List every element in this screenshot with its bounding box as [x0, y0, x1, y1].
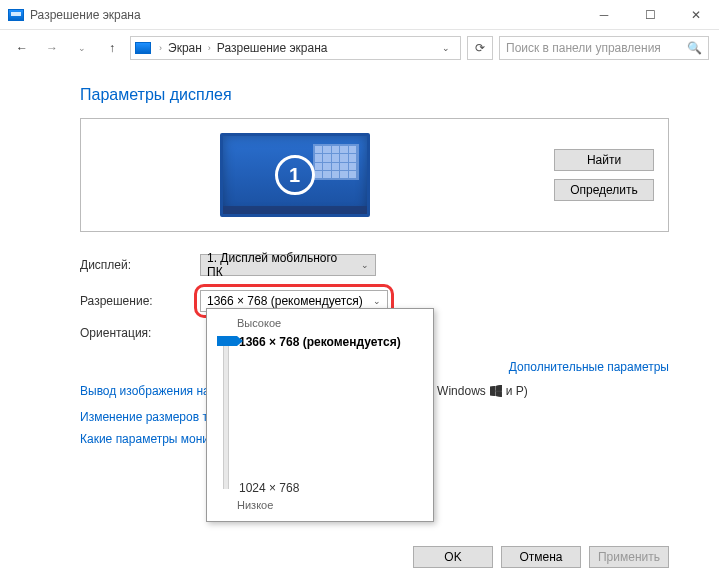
- breadcrumb-item[interactable]: Разрешение экрана: [213, 41, 332, 55]
- resolution-option-max[interactable]: 1366 × 768 (рекомендуется): [239, 335, 401, 349]
- resolution-option-min[interactable]: 1024 × 768: [239, 481, 401, 495]
- resolution-dropdown-popup: Высокое 1366 × 768 (рекомендуется) 1024 …: [206, 308, 434, 522]
- back-button[interactable]: ←: [10, 36, 34, 60]
- up-button[interactable]: ↑: [100, 36, 124, 60]
- projection-link[interactable]: Вывод изображения на: [80, 384, 210, 398]
- display-row: Дисплей: 1. Дисплей мобильного ПК ⌄: [80, 254, 669, 276]
- dialog-footer: OK Отмена Применить: [413, 546, 669, 568]
- window-titlebar: Разрешение экрана ─ ☐ ✕: [0, 0, 719, 30]
- monitor-thumbnail[interactable]: 1: [220, 133, 370, 217]
- chevron-down-icon: ⌄: [373, 296, 381, 306]
- maximize-button[interactable]: ☐: [627, 0, 673, 30]
- recent-dropdown[interactable]: ⌄: [70, 36, 94, 60]
- breadcrumb-item[interactable]: Экран: [164, 41, 206, 55]
- slider-high-label: Высокое: [237, 317, 423, 329]
- breadcrumb-dropdown[interactable]: ⌄: [436, 43, 456, 53]
- display-label: Дисплей:: [80, 258, 200, 272]
- window-title: Разрешение экрана: [30, 8, 141, 22]
- minimize-button[interactable]: ─: [581, 0, 627, 30]
- slider-low-label: Низкое: [237, 499, 423, 511]
- page-title: Параметры дисплея: [80, 86, 669, 104]
- chevron-right-icon: ›: [157, 43, 164, 53]
- apply-button[interactable]: Применить: [589, 546, 669, 568]
- display-value: 1. Дисплей мобильного ПК: [207, 251, 353, 279]
- search-input[interactable]: Поиск в панели управления 🔍: [499, 36, 709, 60]
- detect-button[interactable]: Определить: [554, 179, 654, 201]
- hint-text: и P): [506, 384, 528, 398]
- close-button[interactable]: ✕: [673, 0, 719, 30]
- display-select[interactable]: 1. Дисплей мобильного ПК ⌄: [200, 254, 376, 276]
- refresh-button[interactable]: ⟳: [467, 36, 493, 60]
- resolution-value: 1366 × 768 (рекомендуется): [207, 294, 363, 308]
- windows-logo-icon: [490, 385, 502, 397]
- forward-button[interactable]: →: [40, 36, 64, 60]
- app-icon: [8, 9, 24, 21]
- cancel-button[interactable]: Отмена: [501, 546, 581, 568]
- orientation-label: Ориентация:: [80, 326, 200, 340]
- navigation-bar: ← → ⌄ ↑ › Экран › Разрешение экрана ⌄ ⟳ …: [0, 30, 719, 66]
- chevron-down-icon: ⌄: [361, 260, 369, 270]
- chevron-right-icon: ›: [206, 43, 213, 53]
- display-preview-frame: 1 Найти Определить: [80, 118, 669, 232]
- monitor-number: 1: [275, 155, 315, 195]
- find-button[interactable]: Найти: [554, 149, 654, 171]
- location-icon: [135, 42, 151, 54]
- search-icon: 🔍: [687, 41, 702, 55]
- slider-thumb[interactable]: [217, 336, 237, 346]
- ok-button[interactable]: OK: [413, 546, 493, 568]
- search-placeholder: Поиск в панели управления: [506, 41, 687, 55]
- resolution-slider[interactable]: [223, 339, 229, 489]
- resolution-label: Разрешение:: [80, 294, 200, 308]
- breadcrumb[interactable]: › Экран › Разрешение экрана ⌄: [130, 36, 461, 60]
